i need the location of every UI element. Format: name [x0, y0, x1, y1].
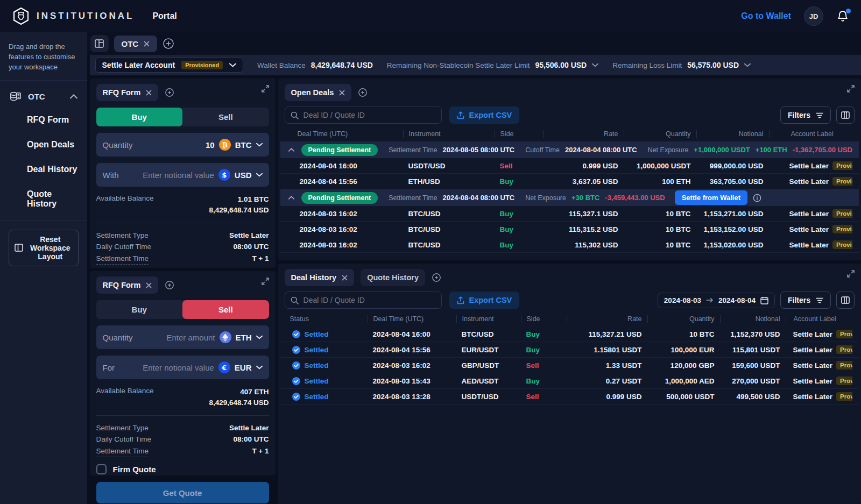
provisioned-badge: Provisioned [836, 361, 852, 370]
close-icon[interactable] [146, 282, 152, 288]
deal-history-row: Settled 2024-08-04 15:56 EUR/USDT Buy 1.… [280, 342, 859, 358]
sidebar: Drag and drop the features to customise … [0, 32, 87, 504]
notional-placeholder[interactable]: Enter notional value [143, 363, 214, 372]
rfq-form-tab[interactable]: RFQ Form [96, 276, 159, 294]
workspace-layout-button[interactable] [90, 35, 109, 52]
collapse-chevron-icon[interactable] [287, 196, 296, 200]
expand-icon[interactable] [847, 270, 855, 278]
column-settings-button[interactable] [836, 292, 855, 309]
deal-search[interactable] [285, 107, 442, 124]
net-exposure-value: +1,000,000 USDT [694, 146, 750, 154]
chevron-down-icon[interactable] [592, 63, 598, 67]
add-workspace-tab-button[interactable] [163, 38, 174, 49]
net-exposure-value: -1,362,705.00 USD [793, 146, 852, 154]
circle-plus-icon[interactable] [432, 273, 441, 282]
open-deals-header-row: Deal Time (UTC) Instrument Side Rate Qua… [278, 128, 861, 141]
filters-button[interactable]: Filters [780, 107, 831, 124]
settle-from-wallet-button[interactable]: Settle from Wallet [675, 190, 747, 205]
circle-plus-icon[interactable] [165, 88, 174, 97]
workspace-tabstrip: OTC [87, 32, 861, 55]
notional-field[interactable]: With Enter notional value $ USD [96, 163, 269, 187]
sidebar-item-quote-history[interactable]: Quote History [0, 182, 87, 216]
sidebar-section-label: OTC [28, 92, 45, 101]
filter-icon [816, 297, 823, 303]
quantity-field[interactable]: Quantity Enter amount ETH [96, 325, 269, 349]
base-currency-selector[interactable]: ETH [220, 331, 263, 343]
net-exposure-value: +30 BTC [571, 194, 599, 202]
status-badge: Pending Settlement [301, 192, 378, 204]
available-base-balance: 407 ETH [209, 387, 269, 397]
quote-currency-selector[interactable]: € EUR [218, 361, 263, 373]
settlement-time-label: Settlement Time [96, 445, 149, 458]
check-circle-icon [292, 346, 300, 354]
layout-icon [15, 244, 23, 252]
get-quote-button[interactable]: Get Quote [96, 482, 269, 503]
date-range-picker[interactable]: 2024-08-03 2024-08-04 [658, 293, 775, 308]
deal-history-row: Settled 2024-08-03 16:02 GBP/USDT Sell 1… [280, 358, 859, 373]
open-deals-tab[interactable]: Open Deals [285, 84, 352, 101]
expand-icon[interactable] [847, 85, 855, 93]
quantity-field[interactable]: Quantity 10 ₿ BTC [96, 133, 269, 157]
close-icon[interactable] [342, 275, 348, 281]
firm-quote-checkbox[interactable] [96, 464, 107, 474]
available-base-balance: 1.01 BTC [209, 194, 269, 205]
quantity-placeholder[interactable]: Enter amount [166, 333, 215, 342]
sidebar-item-deal-history[interactable]: Deal History [0, 157, 87, 182]
provisioned-badge: Provisioned [836, 377, 852, 385]
export-icon [457, 296, 464, 304]
expand-icon[interactable] [262, 85, 269, 93]
brand: INSTITUTIONAL [12, 7, 134, 25]
buy-button[interactable]: Buy [96, 108, 183, 126]
deal-search[interactable] [285, 292, 442, 309]
expand-icon[interactable] [262, 278, 269, 285]
search-input[interactable] [304, 111, 436, 119]
open-deal-row: 2024-08-03 16:02 BTC/USD Buy 115,302 USD… [280, 237, 859, 253]
close-icon[interactable] [339, 90, 345, 96]
rfq-form-tab[interactable]: RFQ Form [96, 84, 159, 101]
info-icon[interactable] [753, 194, 761, 202]
export-csv-button[interactable]: Export CSV [449, 292, 520, 309]
quantity-value[interactable]: 10 [206, 140, 215, 150]
export-csv-button[interactable]: Export CSV [449, 107, 520, 124]
buy-button[interactable]: Buy [96, 300, 183, 319]
provisioned-badge: Provisioned [836, 392, 852, 401]
arrow-right-icon [706, 297, 714, 303]
sell-button[interactable]: Sell [182, 108, 269, 126]
sidebar-item-open-deals[interactable]: Open Deals [0, 132, 87, 157]
search-input[interactable] [304, 296, 436, 304]
close-icon[interactable] [144, 41, 150, 47]
base-currency-selector[interactable]: ₿ BTC [219, 139, 263, 151]
quote-history-tab[interactable]: Quote History [361, 269, 425, 286]
chevron-down-icon[interactable] [744, 63, 751, 67]
deal-history-tab[interactable]: Deal History [285, 269, 355, 286]
notifications-button[interactable] [836, 10, 849, 23]
net-exposure-value: -3,459,443.00 USD [605, 194, 665, 202]
user-avatar[interactable]: JD [804, 6, 823, 26]
daily-cutoff-label: Daily Cutoff Time [96, 241, 152, 253]
sidebar-item-rfq-form[interactable]: RFQ Form [0, 108, 87, 132]
account-selector[interactable]: Settle Later Account Provisioned [95, 58, 244, 73]
collapse-chevron-icon[interactable] [287, 148, 296, 152]
notional-field[interactable]: For Enter notional value € EUR [96, 356, 269, 379]
notional-placeholder[interactable]: Enter notional value [143, 171, 214, 180]
status-badge: Pending Settlement [301, 144, 378, 156]
settlement-type-label: Settlement Type [96, 422, 149, 434]
firm-quote-option[interactable]: Firm Quote [96, 464, 269, 474]
provisioned-badge: Provisioned [836, 330, 852, 338]
close-icon[interactable] [146, 90, 152, 96]
sell-button[interactable]: Sell [182, 300, 269, 319]
sidebar-section-otc[interactable]: OTC [0, 81, 87, 108]
filters-button[interactable]: Filters [780, 292, 831, 309]
provisioned-badge: Provisioned [832, 177, 852, 186]
crypto-com-logo-icon [12, 7, 30, 25]
open-deal-row: 2024-08-04 16:00 USDT/USD Sell 0.999 USD… [280, 158, 859, 174]
circle-plus-icon[interactable] [165, 280, 174, 290]
workspace-tab-otc[interactable]: OTC [114, 36, 158, 52]
go-to-wallet-link[interactable]: Go to Wallet [741, 11, 791, 21]
column-settings-button[interactable] [836, 107, 855, 124]
circle-plus-icon[interactable] [358, 88, 368, 97]
deal-history-row: Settled 2024-08-03 15:43 AED/USDT Buy 0.… [280, 373, 859, 389]
quote-currency-selector[interactable]: $ USD [218, 169, 263, 181]
portal-link[interactable]: Portal [152, 11, 177, 21]
reset-workspace-button[interactable]: Reset Workspace Layout [9, 230, 79, 266]
